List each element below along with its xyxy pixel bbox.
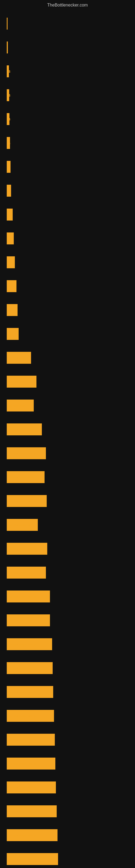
- bar-row: Bottleneck result: [5, 537, 130, 561]
- bar-row: Bo: [5, 250, 130, 274]
- bar-label: Bottleneck result: [7, 785, 37, 790]
- bar-row: Bottleneck result: [5, 489, 130, 513]
- bar-label: Bottleneck result: [7, 761, 37, 766]
- bar-row: B: [5, 107, 130, 131]
- bar-label: Bottleneck result: [7, 809, 37, 814]
- bar-label: Bottleneck: [7, 355, 27, 361]
- site-title: TheBottlenecker.com: [0, 0, 135, 9]
- bar-row: B: [5, 155, 130, 179]
- bar-label: Bo: [7, 260, 13, 265]
- bar-label: B: [7, 164, 11, 169]
- bar-row: Bo: [5, 226, 130, 250]
- bar-label: Bottleneck result: [7, 642, 37, 647]
- bar-row: B: [5, 59, 130, 83]
- bar-label: Bottleneck rese: [7, 427, 35, 432]
- bar-label: Bottleneck result: [7, 451, 37, 456]
- bar-row: Bottleneck result: [5, 823, 130, 847]
- bar-row: Bottleneck result: [5, 656, 130, 680]
- bar-row: Bott: [5, 274, 130, 298]
- bar-row: Bottleneck re: [5, 370, 130, 394]
- bar-label: Bo: [7, 212, 13, 217]
- bar-row: Bottleneck result: [5, 585, 130, 609]
- bar-row: B: [5, 179, 130, 203]
- bar-label: Bottleneck result: [7, 618, 37, 623]
- bar-row: Bottleneck result: [5, 728, 130, 752]
- bar-label: B: [7, 141, 11, 146]
- bar-row: [5, 35, 130, 59]
- bar-label: Bott: [7, 284, 16, 289]
- bar-label: B: [7, 93, 11, 98]
- bar-row: Bottleneck result: [5, 609, 130, 632]
- bar-row: B: [5, 83, 130, 107]
- bar-row: Bottleneck resu: [5, 561, 130, 585]
- bar-label: B: [7, 117, 11, 122]
- bar-label: Bottleneck result: [7, 857, 37, 862]
- bar-row: Bottleneck result: [5, 632, 130, 656]
- bar-label: Bott: [7, 332, 16, 337]
- bar-row: Bottleneck result: [5, 799, 130, 823]
- bar-row: Bottleneck result: [5, 752, 130, 775]
- bar-label: Bottleneck result: [7, 594, 37, 599]
- bar-label: Bottleneck result: [7, 737, 37, 742]
- bar-label: Bottleneck re: [7, 379, 31, 384]
- bar-fill: [7, 18, 8, 30]
- bar-label: Bottleneck result: [7, 833, 37, 838]
- bar-label: B: [7, 188, 11, 193]
- bar-label: Bottleneck: [7, 403, 27, 408]
- bar-row: Bottleneck result: [5, 704, 130, 728]
- bar-row: Bottleneck result: [5, 775, 130, 799]
- bar-row: Bo: [5, 203, 130, 226]
- bar-label: Bottleneck result: [7, 546, 37, 552]
- bar-label: Bottleneck result: [7, 689, 37, 695]
- bar-row: [5, 12, 130, 35]
- bar-row: Bottleneck: [5, 346, 130, 370]
- bar-row: Bottleneck result: [5, 441, 130, 465]
- bar-fill: [7, 41, 8, 54]
- bar-row: Bottleneck result: [5, 847, 130, 868]
- bar-label: Bott: [7, 308, 16, 313]
- bar-label: Bottleneck resu: [7, 570, 35, 575]
- bar-row: B: [5, 131, 130, 155]
- bar-row: Bottleneck re: [5, 513, 130, 537]
- page-wrapper: TheBottlenecker.com BBBBBBBoBoBoBottBott…: [0, 0, 135, 868]
- bar-row: Bottleneck result: [5, 680, 130, 704]
- bar-row: Bottleneck rese: [5, 465, 130, 489]
- bar-row: Bott: [5, 322, 130, 346]
- chart-container: BBBBBBBoBoBoBottBottBottBottleneckBottle…: [0, 9, 135, 868]
- bar-label: Bo: [7, 236, 13, 241]
- bar-row: Bottleneck rese: [5, 417, 130, 441]
- bar-label: B: [7, 69, 11, 74]
- bar-label: Bottleneck result: [7, 665, 37, 671]
- bar-row: Bottleneck: [5, 394, 130, 417]
- bar-label: Bottleneck result: [7, 499, 37, 504]
- bar-row: Bott: [5, 298, 130, 322]
- bar-label: Bottleneck result: [7, 713, 37, 718]
- bar-label: Bottleneck rese: [7, 475, 35, 480]
- bar-label: Bottleneck re: [7, 522, 31, 528]
